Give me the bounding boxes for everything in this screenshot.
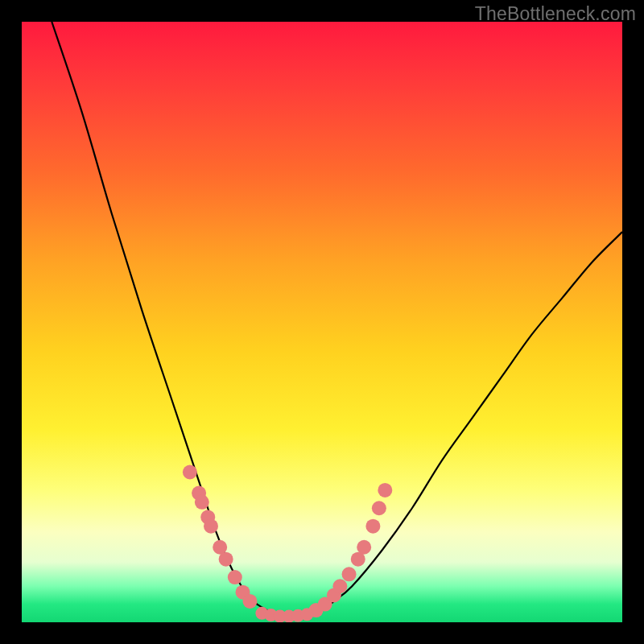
data-dot: [342, 567, 357, 581]
bottleneck-curve: [52, 22, 622, 617]
chart-frame: TheBottleneck.com: [0, 0, 644, 644]
data-dot: [204, 519, 218, 534]
data-dot: [228, 570, 242, 584]
data-dot: [195, 495, 209, 510]
data-dot: [372, 501, 386, 515]
data-dot: [300, 608, 313, 621]
data-dots: [183, 465, 392, 623]
watermark-text: TheBottleneck.com: [475, 3, 636, 25]
plot-area: [22, 22, 622, 622]
data-dot: [242, 594, 257, 609]
data-dot: [332, 579, 347, 593]
data-dot: [357, 540, 371, 555]
data-dot: [365, 519, 380, 534]
data-dot: [183, 465, 197, 480]
data-dot: [378, 483, 392, 497]
curve-svg: [22, 22, 622, 622]
data-dot: [219, 552, 233, 567]
